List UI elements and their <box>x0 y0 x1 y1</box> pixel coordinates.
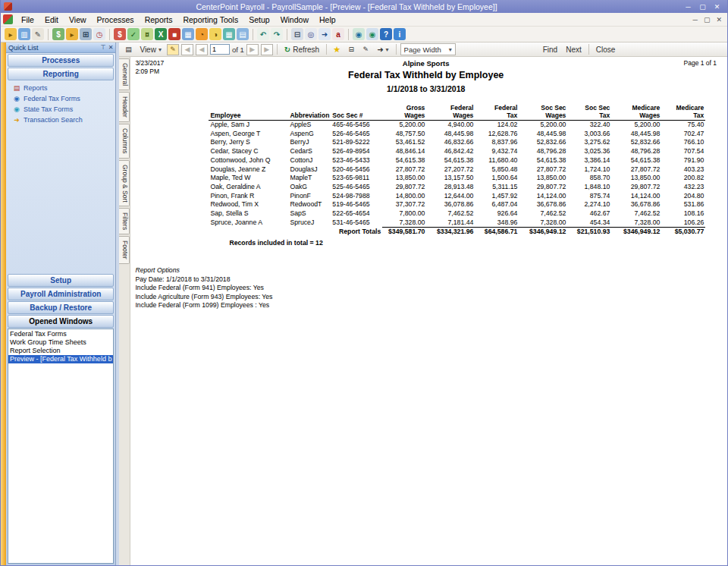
help-icon[interactable]: ? <box>380 28 392 40</box>
table-row: Cedar, Stacey CCedarS526-49-895448,846.1… <box>209 147 705 156</box>
table-icon[interactable]: ▦ <box>182 28 194 40</box>
menu-reports[interactable]: Reports <box>140 14 178 26</box>
table-cell: 858.70 <box>567 174 611 183</box>
page-setup-icon[interactable]: ✎ <box>359 44 372 55</box>
mdi-minimize-button[interactable]: ─ <box>693 16 698 24</box>
redo-icon[interactable]: ↷ <box>271 28 283 40</box>
sidebar-item-federal-tax-forms[interactable]: ◉Federal Tax Forms <box>6 93 115 104</box>
menu-file[interactable]: File <box>16 14 39 26</box>
table-cell: 7,462.52 <box>611 209 661 219</box>
close-button[interactable]: ✕ <box>710 3 724 11</box>
opened-window-item[interactable]: Federal Tax Forms <box>8 330 113 338</box>
stop-icon[interactable]: ■ <box>168 28 180 40</box>
favorite-icon[interactable]: ★ <box>331 44 343 55</box>
about-icon[interactable]: i <box>394 28 406 40</box>
tab-header[interactable]: Header <box>119 92 130 122</box>
table-cell: 4,940.00 <box>426 121 475 130</box>
excel-export-icon[interactable]: X <box>155 28 167 40</box>
close-icon[interactable]: ✕ <box>108 44 114 51</box>
sidebar-button-processes[interactable]: Processes <box>8 54 114 67</box>
find-button[interactable]: Find <box>540 45 560 55</box>
table-cell: 124.02 <box>475 121 519 130</box>
menu-bar: FileEditViewProcessesReportsReporting To… <box>1 13 727 27</box>
time-clock-icon[interactable]: ◷ <box>93 28 105 40</box>
menu-view[interactable]: View <box>64 14 92 26</box>
menu-processes[interactable]: Processes <box>92 14 140 26</box>
sidebar-button-reporting[interactable]: Reporting <box>8 68 114 80</box>
mdi-restore-button[interactable]: ▢ <box>704 16 711 24</box>
menu-reporting-tools[interactable]: Reporting Tools <box>177 14 243 26</box>
tab-general[interactable]: General <box>119 58 130 90</box>
tab-group-sort[interactable]: Group & Sort <box>119 160 130 207</box>
refresh-button[interactable]: ↻ Refresh <box>281 45 322 55</box>
tab-columns[interactable]: Columns <box>119 124 130 159</box>
calendar-icon[interactable]: ▦ <box>223 28 235 40</box>
view-dropdown[interactable]: View ▾ <box>136 45 165 55</box>
menu-window[interactable]: Window <box>275 14 314 26</box>
pay-employees-icon[interactable]: $ <box>114 28 126 40</box>
close-preview-button[interactable]: Close <box>593 45 619 55</box>
first-page-icon[interactable]: ◀ <box>181 44 193 55</box>
export-dropdown[interactable]: ➜ ▾ <box>374 45 391 55</box>
timesheet-icon[interactable]: ◑ <box>209 28 221 40</box>
totals-cell: $21,510.93 <box>567 228 611 237</box>
zoom-dropdown[interactable]: Page Width ▾ <box>400 43 456 55</box>
table-cell: Sap, Stella S <box>209 209 288 219</box>
table-cell: 348.96 <box>475 219 519 228</box>
tab-footer[interactable]: Footer <box>119 236 130 264</box>
minimize-button[interactable]: ─ <box>681 3 695 11</box>
sidebar-button-backup-restore[interactable]: Backup / Restore <box>8 301 114 314</box>
pdf-icon[interactable]: a <box>332 28 344 40</box>
page-number-input[interactable] <box>210 44 230 55</box>
table-cell: 52,832.66 <box>519 138 567 147</box>
sidebar-item-transaction-search[interactable]: ➜Transaction Search <box>6 115 115 125</box>
report-options-toggle-icon[interactable]: ▤ <box>122 44 134 55</box>
money-icon[interactable]: $ <box>52 28 64 40</box>
column-header: Federal Wages <box>426 104 475 121</box>
edit-icon[interactable]: ✎ <box>32 28 44 40</box>
autohide-accent-strip <box>1 42 6 565</box>
grid-icon[interactable]: ▤ <box>237 28 249 40</box>
web-icon[interactable]: ◉ <box>366 28 378 40</box>
tab-filters[interactable]: Filters <box>119 208 130 234</box>
globe-icon[interactable]: ◉ <box>353 28 365 40</box>
alarm-clock-icon[interactable]: ◔ <box>196 28 208 40</box>
print-icon[interactable]: ⊟ <box>345 44 357 55</box>
table-cell: CottonJ <box>288 156 331 165</box>
last-page-icon[interactable]: ▶ <box>261 44 273 55</box>
pay-checks-icon[interactable]: ✓ <box>127 28 140 40</box>
table-cell: 519-46-5465 <box>331 200 382 209</box>
sidebar-item-reports[interactable]: ▤Reports <box>6 83 115 93</box>
sidebar-button-setup[interactable]: Setup <box>8 274 114 287</box>
open-icon[interactable]: ▸ <box>5 28 17 40</box>
next-button[interactable]: Next <box>563 45 585 55</box>
menu-help[interactable]: Help <box>314 14 341 26</box>
column-header: Soc Sec # <box>331 104 382 121</box>
print-icon[interactable]: ⊟ <box>291 28 303 40</box>
menu-setup[interactable]: Setup <box>243 14 275 26</box>
export-icon[interactable]: ➜ <box>318 28 331 40</box>
opened-window-item[interactable]: Report Selection <box>8 347 113 355</box>
table-cell: 462.67 <box>567 209 611 219</box>
sidebar-button-payroll-administration[interactable]: Payroll Administration <box>8 288 114 300</box>
pin-icon[interactable]: ⊤ <box>101 44 106 51</box>
previous-page-icon[interactable]: ◀ <box>196 44 208 55</box>
opened-window-item[interactable]: Preview - [Federal Tax Withheld b <box>8 355 113 363</box>
cash-icon[interactable]: ¤ <box>141 28 153 40</box>
table-cell: Maple, Ted W <box>209 174 288 183</box>
maximize-button[interactable]: ▢ <box>695 3 710 11</box>
sidebar-item-state-tax-forms[interactable]: ◉State Tax Forms <box>6 104 115 115</box>
toolbar-separator <box>277 44 278 55</box>
print-preview-icon[interactable]: ◎ <box>305 28 317 40</box>
annotation-icon[interactable]: ✎ <box>167 44 179 55</box>
table-cell: 8,837.96 <box>475 138 519 147</box>
report-generated-date: 3/23/2017 <box>135 59 218 68</box>
undo-icon[interactable]: ↶ <box>257 28 269 40</box>
calculator-icon[interactable]: ⊞ <box>80 28 92 40</box>
folder-icon[interactable]: ▸ <box>66 28 78 40</box>
menu-edit[interactable]: Edit <box>39 14 64 26</box>
next-page-icon[interactable]: ▶ <box>246 44 259 55</box>
new-window-icon[interactable]: ▥ <box>18 28 30 40</box>
mdi-close-button[interactable]: ✕ <box>716 16 722 24</box>
opened-window-item[interactable]: Work Group Time Sheets <box>8 338 113 347</box>
